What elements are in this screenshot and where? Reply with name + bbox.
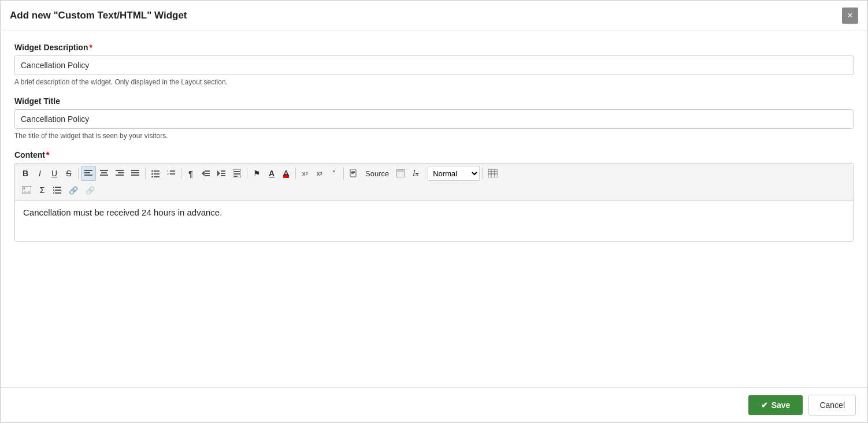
editor-container: B I U S [14,163,854,242]
bg-color-button[interactable]: A [279,166,293,181]
svg-rect-55 [53,190,54,191]
template-icon [396,169,405,177]
svg-rect-31 [221,175,225,176]
cancel-button[interactable]: Cancel [808,395,856,415]
svg-marker-51 [22,190,31,194]
format-select[interactable]: Normal Heading 1 Heading 2 Heading 3 [428,166,480,181]
separator-7 [425,168,425,179]
editor-content[interactable]: Cancellation must be received 24 hours i… [15,201,853,241]
save-button[interactable]: ✔ Save [748,395,803,415]
link-button[interactable]: 🔗 [65,183,81,198]
page-source-icon [350,169,358,177]
svg-rect-54 [55,190,61,191]
flag-button[interactable]: ⚑ [250,166,264,181]
align-right-icon [116,169,124,177]
formula-button[interactable]: Σ [35,183,49,198]
align-right-button[interactable] [112,166,127,181]
clear-format-button[interactable]: Ix [409,166,422,181]
modal-title: Add new "Custom Text/HTML" Widget [10,10,187,21]
outdent-icon [202,169,210,177]
svg-rect-1 [84,172,90,173]
svg-rect-44 [488,169,498,177]
modal-dialog: Add new "Custom Text/HTML" Widget × Widg… [0,0,868,423]
svg-point-13 [151,170,153,172]
separator-5 [295,168,296,179]
quote-button[interactable]: " [327,166,341,181]
content-label: Content* [14,150,854,159]
svg-marker-27 [217,170,220,176]
align-justify-icon [131,169,139,177]
svg-rect-52 [55,187,61,188]
widget-title-label: Widget Title [14,97,854,106]
svg-rect-42 [397,173,400,177]
save-label: Save [771,400,791,410]
svg-marker-23 [202,170,205,176]
separator-6 [343,168,344,179]
underline-button[interactable]: U [47,166,61,181]
indent-button[interactable] [214,166,229,181]
svg-rect-38 [351,172,355,173]
blockquote-button[interactable]: ¶ [184,166,198,181]
indent-icon [217,169,225,177]
font-color-button[interactable]: A [265,166,279,181]
svg-rect-9 [116,175,124,176]
svg-rect-14 [154,170,159,172]
table-button[interactable] [485,166,501,181]
separator-3 [181,168,181,179]
svg-point-50 [23,187,25,190]
align-center-button[interactable] [97,166,112,181]
widget-description-hint: A brief description of the widget. Only … [14,78,854,86]
toolbar-row-1: B I U S [18,166,850,181]
svg-rect-53 [53,187,54,188]
subscript-button[interactable]: x2 [313,166,327,181]
bullet-list-icon [151,169,159,177]
close-button[interactable]: × [842,8,858,24]
svg-rect-7 [116,170,124,171]
toolbar-row-2: Σ 🔗 🔗 [18,181,850,198]
save-checkmark: ✔ [761,400,768,410]
widget-description-input[interactable] [14,55,854,75]
svg-rect-56 [55,192,61,194]
italic-button[interactable]: I [33,166,47,181]
source-button[interactable]: Source [362,166,392,181]
svg-rect-33 [234,171,240,172]
strikethrough-button[interactable]: S [62,166,76,181]
modal-header: Add new "Custom Text/HTML" Widget × [1,1,867,31]
svg-rect-2 [84,175,92,176]
outdent-button[interactable] [198,166,213,181]
svg-rect-43 [401,173,404,177]
numbered-list-button[interactable]: 1.2. [164,166,179,181]
superscript-button[interactable]: x2 [298,166,312,181]
align-center-icon [100,169,108,177]
svg-rect-57 [53,192,54,194]
list-edit-icon [53,186,61,194]
svg-rect-5 [101,172,107,173]
svg-rect-37 [351,171,355,172]
svg-rect-16 [154,173,159,175]
svg-rect-39 [351,173,354,174]
svg-rect-11 [131,172,139,173]
svg-rect-8 [118,172,124,173]
svg-rect-24 [205,170,210,172]
separator-1 [78,168,79,179]
modal-body: Widget Description* A brief description … [1,31,867,387]
bullet-list-button[interactable] [148,166,163,181]
list-edit-button[interactable] [50,183,65,198]
table-icon [488,169,498,177]
align-justify-button[interactable] [128,166,143,181]
page-source-button[interactable] [346,166,361,181]
widget-description-group: Widget Description* A brief description … [14,43,854,86]
align-left-button[interactable] [81,166,96,181]
modal-footer: ✔ Save Cancel [1,387,867,422]
bold-button[interactable]: B [18,166,32,181]
align-left-icon [84,169,92,177]
svg-rect-30 [221,173,225,174]
unlink-button[interactable]: 🔗 [82,183,98,198]
image-button[interactable] [18,183,35,198]
svg-rect-26 [205,175,210,176]
modal-overlay: Add new "Custom Text/HTML" Widget × Widg… [0,0,868,423]
svg-rect-10 [131,170,139,171]
template-button[interactable] [393,166,408,181]
widget-title-input[interactable] [14,109,854,129]
full-align-button[interactable] [229,166,244,181]
